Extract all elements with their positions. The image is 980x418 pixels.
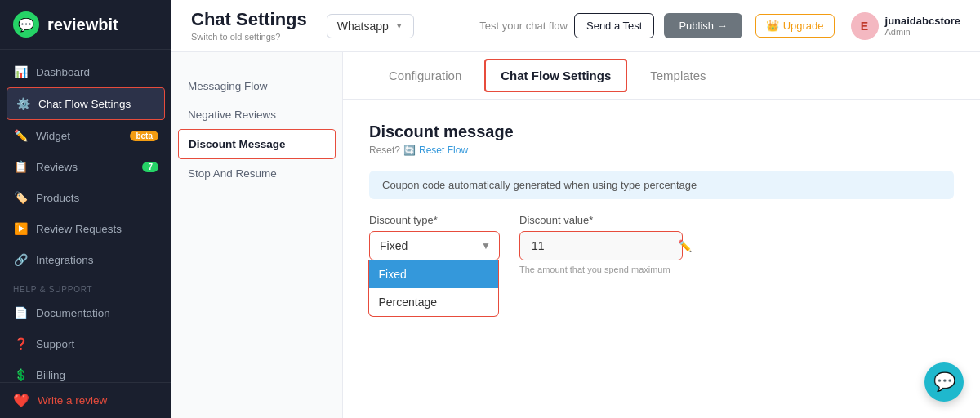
pencil-icon: ✏️ xyxy=(13,128,28,143)
sidebar-item-label: Chat Flow Settings xyxy=(38,98,131,110)
discount-type-dropdown: Fixed Percentage xyxy=(368,260,499,317)
left-panel-discount-message[interactable]: Discount Message xyxy=(178,129,336,159)
review-requests-icon: ▶️ xyxy=(13,221,28,236)
sidebar-item-label: Reviews xyxy=(36,161,78,173)
sidebar-item-label: Billing xyxy=(36,369,65,381)
info-banner: Coupon code automatically generated when… xyxy=(369,171,954,199)
sidebar-item-widget[interactable]: ✏️ Widget beta xyxy=(0,120,172,151)
sidebar-item-review-requests[interactable]: ▶️ Review Requests xyxy=(0,213,172,244)
user-avatar: E xyxy=(851,12,879,40)
beta-badge: beta xyxy=(130,131,158,141)
tab-templates[interactable]: Templates xyxy=(630,56,725,97)
publish-button[interactable]: Publish → xyxy=(664,13,742,38)
chat-bubble-icon: 💬 xyxy=(933,371,956,393)
reviews-icon: 📋 xyxy=(13,159,28,174)
write-review-item[interactable]: ❤️ Write a review xyxy=(0,382,172,418)
topbar-user: E junaidabcstore Admin xyxy=(851,12,960,40)
discount-form-row: Discount type* Fixed Percentage ▼ Fixed … xyxy=(369,214,954,274)
section-reset: Reset? 🔄 Reset Flow xyxy=(369,145,954,156)
sidebar-item-label: Dashboard xyxy=(36,66,90,78)
sidebar-item-products[interactable]: 🏷️ Products xyxy=(0,182,172,213)
dropdown-option-fixed[interactable]: Fixed xyxy=(369,260,498,288)
main-area: Chat Settings Switch to old settings? Wh… xyxy=(172,0,980,418)
reset-flow-link[interactable]: 🔄 Reset Flow xyxy=(403,145,468,156)
sidebar-item-label: Review Requests xyxy=(36,223,122,235)
crown-icon: 👑 xyxy=(766,20,779,32)
billing-icon: 💲 xyxy=(13,367,28,382)
dashboard-icon: 📊 xyxy=(13,64,28,79)
topbar: Chat Settings Switch to old settings? Wh… xyxy=(172,0,980,52)
sidebar-item-documentation[interactable]: 📄 Documentation xyxy=(0,297,172,328)
help-section-label: HELP & SUPPORT xyxy=(0,275,172,297)
sidebar-item-label: Integrations xyxy=(36,254,94,266)
discount-value-label: Discount value* xyxy=(519,214,683,226)
sidebar-item-label: Support xyxy=(36,338,74,350)
left-panel-stop-and-resume[interactable]: Stop And Resume xyxy=(172,159,342,188)
sidebar-nav: 📊 Dashboard ⚙️ Chat Flow Settings ✏️ Wid… xyxy=(0,50,172,382)
channel-label: Whatsapp xyxy=(337,20,389,33)
sidebar: 💬 reviewbit 📊 Dashboard ⚙️ Chat Flow Set… xyxy=(0,0,172,418)
user-info: junaidabcstore Admin xyxy=(885,15,960,38)
logo-text: reviewbit xyxy=(47,16,118,34)
support-icon: ❓ xyxy=(13,336,28,351)
tab-configuration[interactable]: Configuration xyxy=(369,56,481,97)
edit-icon[interactable]: ✏️ xyxy=(678,239,692,252)
upgrade-button[interactable]: 👑 Upgrade xyxy=(755,14,835,38)
discount-value-hint: The amount that you spend maximum xyxy=(519,265,683,274)
channel-dropdown[interactable]: Whatsapp ▼ xyxy=(327,14,414,38)
discount-type-group: Discount type* Fixed Percentage ▼ Fixed … xyxy=(369,214,500,260)
sidebar-item-chat-flow-settings[interactable]: ⚙️ Chat Flow Settings xyxy=(7,87,165,120)
reset-flow-label: Reset Flow xyxy=(419,145,468,156)
tab-chat-flow-settings-box[interactable]: Chat Flow Settings xyxy=(484,59,627,92)
dropdown-option-percentage[interactable]: Percentage xyxy=(369,288,498,316)
left-panel-messaging-flow[interactable]: Messaging Flow xyxy=(172,72,342,100)
page-subtitle: Switch to old settings? xyxy=(191,32,307,42)
tab-chat-flow-settings-label: Chat Flow Settings xyxy=(486,60,626,91)
sidebar-item-reviews[interactable]: 📋 Reviews 7 xyxy=(0,151,172,182)
sidebar-item-billing[interactable]: 💲 Billing xyxy=(0,359,172,382)
chevron-down-icon: ▼ xyxy=(395,21,403,30)
left-panel: Messaging Flow Negative Reviews Discount… xyxy=(172,52,343,418)
upgrade-label: Upgrade xyxy=(783,20,824,32)
left-panel-negative-reviews[interactable]: Negative Reviews xyxy=(172,100,342,129)
discount-value-group: Discount value* ✏️ The amount that you s… xyxy=(519,214,683,274)
user-role: Admin xyxy=(885,27,960,37)
test-label: Test your chat flow xyxy=(479,20,568,32)
user-name: junaidabcstore xyxy=(885,15,960,28)
panel-body: Discount message Reset? 🔄 Reset Flow Cou… xyxy=(343,100,980,418)
sidebar-item-dashboard[interactable]: 📊 Dashboard xyxy=(0,56,172,87)
write-review-label: Write a review xyxy=(38,394,107,407)
discount-value-input-wrapper: ✏️ xyxy=(519,231,683,260)
integrations-icon: 🔗 xyxy=(13,252,28,267)
main-panel: Configuration Chat Flow Settings Templat… xyxy=(343,52,980,418)
gear-icon: ⚙️ xyxy=(16,96,30,111)
logo-icon: 💬 xyxy=(13,11,39,38)
sidebar-item-label: Products xyxy=(36,192,79,204)
tabs-bar: Configuration Chat Flow Settings Templat… xyxy=(343,52,980,100)
refresh-icon: 🔄 xyxy=(403,145,416,156)
reviews-count-badge: 7 xyxy=(142,162,158,172)
topbar-title-group: Chat Settings Switch to old settings? xyxy=(191,10,307,41)
heart-icon: ❤️ xyxy=(13,393,29,408)
sidebar-logo[interactable]: 💬 reviewbit xyxy=(0,0,172,50)
documentation-icon: 📄 xyxy=(13,305,28,320)
sidebar-item-label: Widget xyxy=(36,130,70,142)
section-title: Discount message xyxy=(369,122,954,141)
discount-type-select-wrapper: Fixed Percentage ▼ xyxy=(369,231,500,260)
reset-label: Reset? xyxy=(369,145,400,156)
discount-type-label: Discount type* xyxy=(369,214,500,226)
products-icon: 🏷️ xyxy=(13,190,28,205)
send-test-button[interactable]: Send a Test xyxy=(574,13,654,38)
discount-value-input[interactable] xyxy=(528,232,678,260)
page-title: Chat Settings xyxy=(191,10,307,29)
sidebar-item-label: Documentation xyxy=(36,307,110,319)
content-area: Messaging Flow Negative Reviews Discount… xyxy=(172,52,980,418)
channel-selector-wrapper: Whatsapp ▼ xyxy=(327,14,434,38)
chat-fab-button[interactable]: 💬 xyxy=(924,362,964,402)
discount-type-select[interactable]: Fixed Percentage xyxy=(370,232,499,260)
sidebar-item-integrations[interactable]: 🔗 Integrations xyxy=(0,244,172,275)
sidebar-item-support[interactable]: ❓ Support xyxy=(0,328,172,359)
